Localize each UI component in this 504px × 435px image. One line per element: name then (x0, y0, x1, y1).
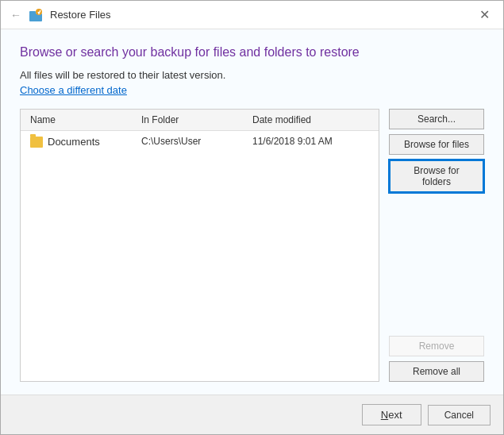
back-button[interactable]: ← (10, 9, 21, 21)
folder-icon (30, 137, 43, 148)
search-button[interactable]: Search... (389, 109, 484, 129)
title-bar: ← Restore Files ✕ (1, 1, 503, 29)
col-date: Date modified (249, 113, 372, 127)
table-row[interactable]: Documents C:\Users\User 11/6/2018 9:01 A… (21, 131, 379, 152)
choose-date-link[interactable]: Choose a different date (20, 84, 484, 96)
cancel-button[interactable]: Cancel (428, 405, 491, 425)
window-title: Restore Files (50, 9, 111, 21)
file-name: Documents (48, 136, 100, 148)
file-list-header: Name In Folder Date modified (21, 110, 379, 131)
restore-files-window: ← Restore Files ✕ Browse or search your … (0, 0, 504, 435)
col-name: Name (27, 113, 138, 127)
app-icon (28, 7, 44, 23)
spacer (389, 198, 484, 331)
next-label: Next (381, 409, 402, 421)
main-area: Name In Folder Date modified Documents C… (20, 109, 484, 382)
col-folder: In Folder (138, 113, 249, 127)
file-name-cell: Documents (27, 134, 138, 149)
browse-folders-button[interactable]: Browse for folders (389, 160, 484, 193)
next-button[interactable]: Next (362, 404, 421, 425)
footer: Next Cancel (1, 395, 503, 434)
remove-all-button[interactable]: Remove all (389, 361, 484, 382)
svg-rect-1 (29, 11, 36, 14)
main-content: Browse or search your backup for files a… (1, 29, 503, 395)
page-heading: Browse or search your backup for files a… (20, 45, 484, 60)
action-buttons-panel: Search... Browse for files Browse for fo… (389, 109, 484, 382)
browse-files-button[interactable]: Browse for files (389, 134, 484, 155)
description-text: All files will be restored to their late… (20, 69, 484, 81)
remove-button[interactable]: Remove (389, 336, 484, 356)
title-bar-left: ← Restore Files (10, 7, 111, 23)
file-list-body[interactable]: Documents C:\Users\User 11/6/2018 9:01 A… (21, 131, 379, 381)
file-folder: C:\Users\User (138, 134, 249, 149)
file-date: 11/6/2018 9:01 AM (249, 134, 372, 149)
file-list-container: Name In Folder Date modified Documents C… (20, 109, 379, 382)
close-button[interactable]: ✕ (475, 6, 494, 25)
